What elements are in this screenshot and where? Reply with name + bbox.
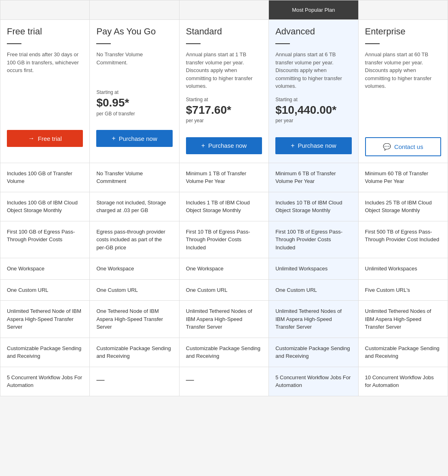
plan-name-standard: Standard [186,26,262,40]
plan-cell-free-trial: Free trial Free trial ends after 30 days… [0,20,90,163]
plan-desc-free-trial: Free trial ends after 30 days or 100 GB … [7,51,83,83]
price-unit-standard: per year [186,118,262,123]
starting-at-advanced: Starting at [275,97,351,102]
feature-row-2: First 100 GB of Egress Pass-Through Prov… [0,221,448,258]
starting-at-standard: Starting at [186,97,262,102]
feature-cell-4-0: One Custom URL [0,279,90,301]
feature-cell-0-0: Includes 100 GB of Transfer Volume [0,163,90,192]
feature-cell-1-3: Includes 10 TB of IBM Cloud Object Stora… [269,192,358,221]
plan-name-advanced: Advanced [275,26,351,40]
plan-divider-enterprise [365,43,380,44]
purchase-button-standard[interactable]: + Purchase now [186,137,262,154]
plus-icon-payg: + [112,135,115,142]
feature-cell-7-1: — [90,367,179,396]
plan-desc-payg: No Transfer Volume Commitment. [96,51,172,83]
feature-cell-3-0: One Workspace [0,258,90,280]
feature-cell-6-3: Customizable Package Sending and Receivi… [269,338,358,367]
price-advanced: $10,440.00* [275,104,351,117]
plan-cell-advanced: Advanced Annual plans start at 6 TB tran… [269,20,358,163]
feature-cell-2-4: First 500 TB of Egress Pass-Through Prov… [358,221,448,258]
plan-name-enterprise: Enterprise [365,26,441,40]
feature-cell-6-2: Customizable Package Sending and Receivi… [179,338,268,367]
feature-row-7: 5 Concurrent Workflow Jobs For Automatio… [0,367,448,396]
chat-icon: 💬 [383,143,391,151]
feature-cell-2-3: First 100 TB of Egress Pass-Through Prov… [269,221,358,258]
pricing-block-payg: Starting at $0.95* per GB of transfer [96,89,172,122]
plan-divider-payg [96,43,111,44]
feature-cell-6-1: Customizable Package Sending and Receivi… [90,338,179,367]
plan-cell-standard: Standard Annual plans start at 1 TB tran… [179,20,268,163]
feature-cell-0-3: Minimum 6 TB of Transfer Volume Per Year [269,163,358,192]
feature-cell-7-4: 10 Concurrent Workflow Jobs for Automati… [358,367,448,396]
feature-cell-6-0: Customizable Package Sending and Receivi… [0,338,90,367]
pricing-block-free-trial [7,89,83,122]
plan-desc-standard: Annual plans start at 1 TB transfer volu… [186,51,262,90]
feature-cell-2-0: First 100 GB of Egress Pass-Through Prov… [0,221,90,258]
feature-cell-1-0: Includes 100 GB of IBM Cloud Object Stor… [0,192,90,221]
feature-row-5: Unlimited Tethered Node of IBM Aspera Hi… [0,301,448,338]
feature-cell-4-2: One Custom URL [179,279,268,301]
feature-cell-5-2: Unlimited Tethered Nodes of IBM Aspera H… [179,301,268,338]
feature-cell-5-0: Unlimited Tethered Node of IBM Aspera Hi… [0,301,90,338]
purchase-button-standard-label: Purchase now [208,142,247,149]
feature-cell-1-1: Storage not included, Storage charged at… [90,192,179,221]
most-popular-banner-row: Most Popular Plan [0,0,448,20]
plan-divider-free-trial [7,43,21,44]
feature-cell-3-4: Unlimited Workspaces [358,258,448,280]
price-unit-advanced: per year [275,118,351,123]
feature-cell-7-0: 5 Concurrent Workflow Jobs For Automatio… [0,367,90,396]
feature-cell-0-2: Minimum 1 TB of Transfer Volume Per Year [179,163,268,192]
plan-cell-payg: Pay As You Go No Transfer Volume Commitm… [90,20,179,163]
plan-headers-row: Free trial Free trial ends after 30 days… [0,20,448,163]
feature-cell-7-3: 5 Concurrent Workflow Jobs For Automatio… [269,367,358,396]
pricing-block-standard: Starting at $717.60* per year [186,97,262,129]
feature-row-1: Includes 100 GB of IBM Cloud Object Stor… [0,192,448,221]
feature-cell-3-1: One Workspace [90,258,179,280]
pricing-block-enterprise [365,97,441,129]
price-payg: $0.95* [96,97,172,109]
contact-button-label: Contact us [394,143,423,150]
purchase-button-advanced[interactable]: + Purchase now [275,137,351,154]
pricing-table: Most Popular Plan Free trial Free trial … [0,0,448,396]
arrow-icon: → [28,135,35,142]
plan-desc-advanced: Annual plans start at 6 TB transfer volu… [275,51,351,90]
price-standard: $717.60* [186,104,262,117]
purchase-button-payg[interactable]: + Purchase now [96,130,172,147]
feature-cell-2-2: First 10 TB of Egress Pass-Through Provi… [179,221,268,258]
feature-cell-7-2: — [179,367,268,396]
feature-cell-3-3: Unlimited Workspaces [269,258,358,280]
feature-cell-0-4: Minimum 60 TB of Transfer Volume Per Yea… [358,163,448,192]
plus-icon-advanced: + [291,142,294,149]
plan-cell-enterprise: Enterprise Annual plans start at 60 TB t… [358,20,448,163]
feature-row-0: Includes 100 GB of Transfer VolumeNo Tra… [0,163,448,192]
contact-button-enterprise[interactable]: 💬 Contact us [365,137,441,156]
banner-empty-2 [90,0,179,20]
feature-cell-5-3: Unlimited Tethered Nodes of IBM Aspera H… [269,301,358,338]
pricing-block-advanced: Starting at $10,440.00* per year [275,97,351,129]
plan-name-free-trial: Free trial [7,26,83,40]
purchase-button-payg-label: Purchase now [119,135,157,142]
free-trial-button[interactable]: → Free trial [7,130,83,147]
feature-cell-0-1: No Transfer Volume Commitment [90,163,179,192]
most-popular-label: Most Popular Plan [269,0,358,20]
feature-cell-1-4: Includes 25 TB of IBM Cloud Object Stora… [358,192,448,221]
free-trial-button-label: Free trial [38,135,62,142]
feature-cell-4-1: One Custom URL [90,279,179,301]
feature-row-3: One WorkspaceOne WorkspaceOne WorkspaceU… [0,258,448,280]
feature-cell-1-2: Includes 1 TB of IBM Cloud Object Storag… [179,192,268,221]
banner-empty-1 [0,0,90,20]
dash-icon: — [186,375,194,384]
banner-empty-5 [358,0,448,20]
feature-row-6: Customizable Package Sending and Receivi… [0,338,448,367]
plan-divider-standard [186,43,201,44]
plan-desc-enterprise: Annual plans start at 60 TB transfer vol… [365,51,441,90]
feature-cell-5-4: Unlimited Tethered Nodes of IBM Aspera H… [358,301,448,338]
starting-at-payg: Starting at [96,89,172,95]
feature-cell-4-4: Five Custom URL's [358,279,448,301]
feature-cell-4-3: One Custom URL [269,279,358,301]
plan-divider-advanced [275,43,290,44]
feature-cell-5-1: One Tethered Node of IBM Aspera High-Spe… [90,301,179,338]
purchase-button-advanced-label: Purchase now [298,142,336,149]
feature-row-4: One Custom URLOne Custom URLOne Custom U… [0,279,448,301]
banner-empty-3 [179,0,268,20]
